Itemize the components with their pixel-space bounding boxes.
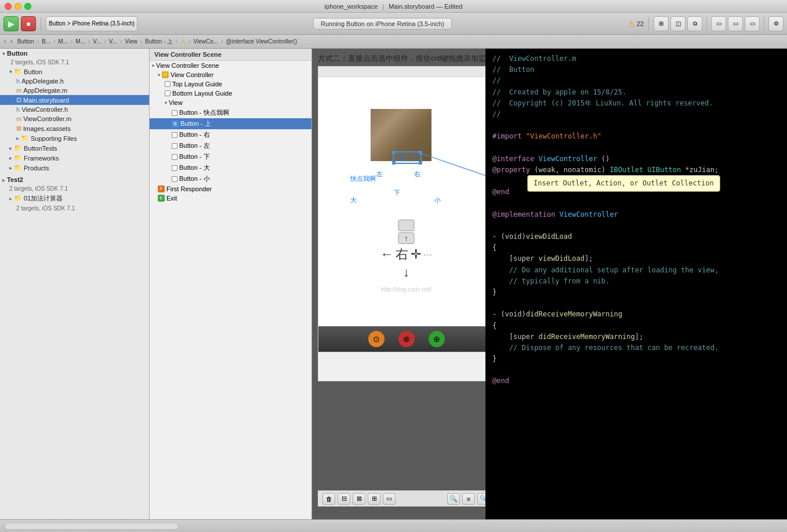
fn-test2-sub-text: 2 targets, iOS SDK 7.1 xyxy=(9,185,68,192)
warning-icon: ⚠ xyxy=(628,19,635,28)
stop-button[interactable]: ■ xyxy=(21,16,36,31)
folder-icon2: 📁 xyxy=(21,134,29,142)
fn-viewcontroller-m[interactable]: m ViewController.m xyxy=(0,114,149,123)
nav-crumb-button[interactable]: Button xyxy=(16,38,36,45)
canvas-btn-big[interactable]: 大 xyxy=(350,196,357,205)
sb-btn-left[interactable]: Button - 左 xyxy=(150,140,311,151)
nav-btn-forward[interactable]: › xyxy=(9,38,14,45)
fn-appdelegate-h[interactable]: h AppDelegate.h xyxy=(0,76,149,86)
bottom-icon-red[interactable]: ⊗ xyxy=(398,331,415,347)
fn-main-storyboard[interactable]: ⊡ Main.storyboard xyxy=(0,95,149,105)
sb-btn-right[interactable]: Button - 右 xyxy=(150,129,311,140)
sb-btn-kuai[interactable]: Button - 快点我啊 xyxy=(150,107,311,118)
ctrl-size-btn[interactable]: ⊠ xyxy=(353,493,365,505)
canvas-btn-small[interactable]: 小 xyxy=(434,196,441,205)
warning-indicator[interactable]: ⚠ 22 xyxy=(628,19,644,28)
checkbox-icon xyxy=(165,81,171,87)
layout-btn3[interactable]: ⧉ xyxy=(687,16,702,31)
sb-bottom-layout[interactable]: Bottom Layout Guide xyxy=(150,89,311,98)
bottom-icon-orange[interactable]: ⊙ xyxy=(368,331,385,347)
inspector-btn[interactable]: ⚙ xyxy=(768,16,784,31)
canvas-btn-left[interactable]: 左 xyxy=(376,170,383,178)
tab2-label[interactable]: Main.storyboard — Edited xyxy=(389,3,462,10)
nav-crumb-v1[interactable]: V... xyxy=(91,38,103,45)
sb-exit[interactable]: E Exit xyxy=(150,194,311,203)
nav-crumb-b[interactable]: B... xyxy=(40,38,52,45)
bottom-status-bar xyxy=(0,519,787,532)
ctrl-zoom-plus[interactable]: 🔍 xyxy=(477,493,485,505)
layout-btn2[interactable]: ◫ xyxy=(670,16,686,31)
panel-btn2[interactable]: ▭ xyxy=(728,16,743,31)
maximize-button[interactable] xyxy=(24,3,31,10)
fn-buttontests[interactable]: ▸ 📁 ButtonTests xyxy=(0,143,149,153)
toolbar-right: ⊞ ◫ ⧉ ▭ ▭ ▭ ⚙ xyxy=(654,16,784,31)
code-line-18: { xyxy=(492,242,785,253)
sb-view-controller[interactable]: ▾ V View Controller xyxy=(150,70,311,79)
tab1-label[interactable]: iphone_workspace xyxy=(325,3,378,10)
sb-top-layout[interactable]: Top Layout Guide xyxy=(150,79,311,89)
bottom-icon-green[interactable]: ⊕ xyxy=(429,331,445,347)
panel-btn3[interactable]: ▭ xyxy=(745,16,760,31)
code-line-19: [super viewDidLoad]; xyxy=(492,253,785,264)
fn-viewcontroller-h[interactable]: h ViewController.h xyxy=(0,105,149,114)
main-layout: ▾ Button 2 targets, iOS SDK 7.1 ▾ 📁 Butt… xyxy=(0,49,787,519)
fn-appdelegate-m[interactable]: m AppDelegate.m xyxy=(0,86,149,95)
fn-images-xcassets[interactable]: ⊠ Images.xcassets xyxy=(0,123,149,133)
ctrl-pin-btn[interactable]: ⊞ xyxy=(368,493,380,505)
canvas-btn-right[interactable]: 右 xyxy=(414,170,420,178)
ctrl-zoom-minus[interactable]: 🔍 xyxy=(447,493,460,505)
code-line-28: } xyxy=(492,354,785,365)
sb-btn-down[interactable]: Button - 下 xyxy=(150,151,311,162)
nav-crumb-viewco[interactable]: ViewCo... xyxy=(192,38,220,45)
fn-supporting-files[interactable]: ▸ 📁 Supporting Files xyxy=(0,133,149,143)
fn-root[interactable]: ▾ Button xyxy=(0,49,149,58)
fn-test2[interactable]: ▸ Test2 xyxy=(0,175,149,184)
nav-crumb-v2[interactable]: V... xyxy=(107,38,119,45)
nav-crumb-button-up[interactable]: Button - 上 xyxy=(143,38,175,46)
nav-crumb-m1[interactable]: M... xyxy=(56,38,70,45)
ctrl-delete-btn[interactable]: 🗑 xyxy=(322,493,335,505)
layout-btn1[interactable]: ⊞ xyxy=(654,16,669,31)
sel-handle-br xyxy=(419,161,422,165)
canvas-btn-down[interactable]: 下 xyxy=(394,188,400,197)
nav-crumb-m2[interactable]: M... xyxy=(74,38,87,45)
fn-assets-icon: ⊠ xyxy=(16,125,21,132)
run-button[interactable]: ▶ xyxy=(3,16,19,31)
fn-products[interactable]: ▸ 📁 Products xyxy=(0,163,149,173)
ctrl-align-btn[interactable]: ⊟ xyxy=(338,493,350,505)
code-content: // ViewController.m // Button // // Crea… xyxy=(485,49,787,519)
nav-btn-back[interactable]: ‹ xyxy=(2,38,8,45)
sb-view[interactable]: ▾ View xyxy=(150,98,311,107)
fn-button-folder[interactable]: ▾ 📁 Button xyxy=(0,67,149,76)
ctrl-fit[interactable]: ≡ xyxy=(462,493,475,505)
fn-products-label: Products xyxy=(24,165,49,172)
sb-view-label: View xyxy=(169,99,183,106)
sb-btn-small[interactable]: Button - 小 xyxy=(150,173,311,184)
fn-calculator[interactable]: ▸ 📁 01加法计算器 xyxy=(0,193,149,204)
minimize-button[interactable] xyxy=(14,3,21,10)
fn-buttontests-label: ButtonTests xyxy=(24,145,57,152)
sb-btn-big[interactable]: Button - 大 xyxy=(150,162,311,173)
fn-frameworks[interactable]: ▸ 📁 Frameworks xyxy=(0,153,149,163)
scheme-button[interactable]: Button > iPhone Retina (3.5-inch) xyxy=(46,16,137,31)
code-line-21: // typically from a nib. xyxy=(492,276,785,287)
ctrl-resolve-btn[interactable]: ▭ xyxy=(383,493,396,505)
code-text-2: // Button xyxy=(492,64,785,75)
canvas-btn-kuai[interactable]: 快点我啊 xyxy=(350,174,376,183)
code-text-15: @implementation ViewController xyxy=(492,209,785,220)
canvas-btn-up[interactable]: 上 xyxy=(398,154,405,162)
close-button[interactable] xyxy=(5,3,12,10)
code-editor[interactable]: // ViewController.m // Button // // Crea… xyxy=(485,49,787,519)
canvas-below-toolbar xyxy=(318,352,485,381)
nav-crumb-interface[interactable]: @interface ViewController() xyxy=(224,38,299,45)
sb-btn-up[interactable]: B Button - 上 xyxy=(150,118,311,129)
fn-test2-sub: 2 targets, iOS SDK 7.1 xyxy=(0,184,149,193)
running-info-button[interactable]: Running Button on iPhone Retina (3.5-inc… xyxy=(313,18,452,30)
nav-crumb-warn[interactable]: ⚠ xyxy=(179,38,187,45)
nav-crumb-view[interactable]: View xyxy=(123,38,139,45)
triangle-open-icon: ▾ xyxy=(9,68,12,75)
iphone-frame: 🔋 快点我啊 上 右 左 xyxy=(318,66,485,381)
sb-first-responder[interactable]: F First Responder xyxy=(150,184,311,194)
sb-vc-scene[interactable]: ▾ View Controller Scene xyxy=(150,61,311,70)
panel-btn1[interactable]: ▭ xyxy=(711,16,726,31)
